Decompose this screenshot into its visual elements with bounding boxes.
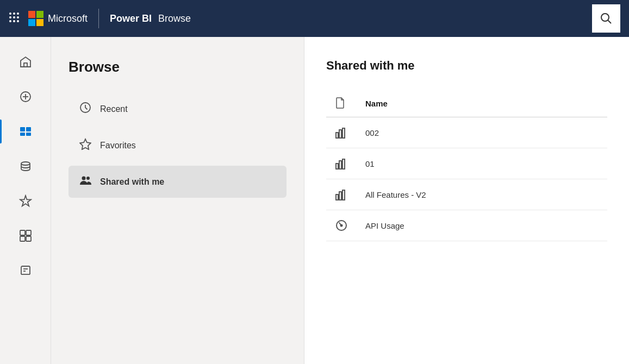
svg-point-5 [17,16,19,18]
powerbi-label: Power BI [110,13,152,24]
row-name: API Usage [357,210,607,241]
icon-sidebar [0,37,51,364]
svg-rect-20 [20,230,25,235]
header-divider [98,9,99,28]
clock-icon [79,102,91,116]
sidebar-item-datahub[interactable] [0,150,51,183]
svg-point-2 [17,12,19,15]
svg-point-8 [17,20,19,22]
svg-rect-39 [342,190,345,200]
svg-point-29 [86,177,90,180]
gauge-icon [335,219,348,232]
table-row[interactable]: API Usage [326,210,607,241]
shared-with-me-nav-item[interactable]: Shared with me [68,166,287,198]
svg-point-7 [13,20,15,22]
table-row[interactable]: 01 [326,148,607,179]
svg-rect-17 [20,133,25,136]
ms-squares [28,11,43,26]
svg-point-1 [13,12,15,15]
svg-rect-18 [26,133,31,136]
search-button[interactable] [592,4,620,33]
bar-chart-icon [335,157,348,170]
svg-rect-11 [24,63,27,67]
bar-chart-icon [335,188,348,201]
svg-point-28 [82,177,86,180]
sidebar-item-metrics[interactable] [0,185,51,217]
svg-point-0 [9,12,11,15]
microsoft-logo: Microsoft [28,11,88,26]
row-name: 002 [357,117,607,148]
favorites-label: Favorites [100,141,136,150]
svg-rect-35 [339,161,341,169]
svg-point-3 [9,16,11,18]
app-header: Microsoft Power BI Browse [0,0,629,37]
sidebar-item-create[interactable] [0,80,51,113]
row-name: 01 [357,148,607,179]
svg-rect-38 [339,192,341,200]
svg-point-6 [9,20,11,22]
icon-column-header [326,90,357,117]
row-name: All Features - V2 [357,179,607,210]
row-icon-cell [326,179,357,210]
browse-panel: Browse Recent Favorites [51,37,304,364]
svg-rect-16 [26,127,31,131]
svg-point-9 [601,14,609,21]
browse-title: Browse [68,59,287,76]
table-row[interactable]: All Features - V2 [326,179,607,210]
svg-rect-22 [20,236,25,241]
bar-chart-icon [335,126,348,139]
name-column-header: Name [357,90,607,117]
table-row[interactable]: 002 [326,117,607,148]
shared-items-table: Name 002 [326,90,607,241]
shared-with-me-label: Shared with me [100,177,164,187]
svg-rect-21 [26,230,31,235]
svg-point-4 [13,16,15,18]
recent-nav-item[interactable]: Recent [68,93,287,125]
sidebar-item-browse[interactable] [0,115,51,148]
sidebar-item-home[interactable] [0,46,51,78]
svg-marker-27 [80,139,91,149]
content-title: Shared with me [326,59,607,73]
svg-rect-34 [336,164,338,169]
svg-rect-36 [342,159,345,169]
svg-rect-31 [339,130,341,138]
svg-rect-37 [336,194,338,200]
sidebar-item-apps[interactable] [0,219,51,252]
star-icon [79,138,91,153]
svg-line-10 [608,21,612,24]
content-panel: Shared with me Name [304,37,629,364]
row-icon-cell [326,117,357,148]
row-icon-cell [326,210,357,241]
row-icon-cell [326,148,357,179]
svg-rect-32 [342,128,345,138]
svg-point-41 [341,225,342,227]
main-content: Browse Recent Favorites [0,37,629,364]
people-icon [79,174,91,189]
grid-icon[interactable] [9,12,20,26]
header-browse-label: Browse [158,13,191,24]
svg-rect-15 [20,127,25,131]
svg-rect-23 [26,236,31,241]
sidebar-item-learn[interactable] [0,254,51,287]
svg-point-19 [21,162,30,165]
recent-label: Recent [100,104,128,114]
microsoft-label: Microsoft [48,13,88,24]
svg-rect-30 [336,133,338,138]
favorites-nav-item[interactable]: Favorites [68,129,287,161]
